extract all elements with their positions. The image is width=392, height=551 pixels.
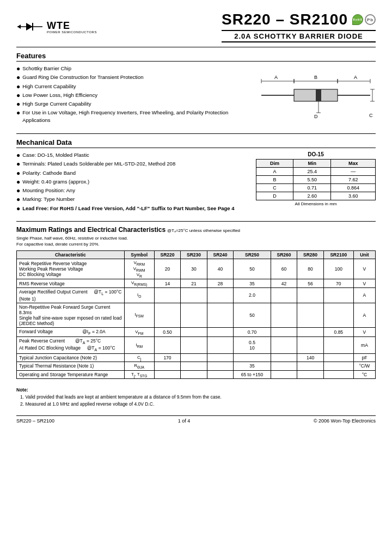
val-sr240-vrms: 28: [207, 279, 234, 288]
sr250-col-header: SR250: [234, 251, 271, 259]
val-sr2100-vrrm: 100: [323, 259, 353, 279]
sr280-col-header: SR280: [297, 251, 324, 259]
unit-cj: pF: [353, 353, 375, 362]
min-col-header: Min: [293, 160, 331, 168]
dim-b: B: [256, 176, 293, 184]
symbol-temp: Tj, TSTG: [124, 370, 154, 379]
features-list: ●Schottky Barrier Chip ●Guard Ring Die C…: [16, 65, 250, 126]
dim-col-header: Dim: [256, 160, 293, 168]
list-item: ●High Surge Current Capability: [16, 100, 250, 107]
char-irm: Peak Reverse Current @TA = 25°CAt Rated …: [17, 337, 125, 353]
bullet-icon: ●: [16, 65, 20, 72]
val-sr220-cj: 170: [154, 353, 181, 362]
table-row: Operating and Storage Temperature Range …: [17, 370, 376, 379]
char-vrms: RMS Reverse Voltage: [17, 279, 125, 288]
val-sr2100-cj: [323, 353, 353, 362]
wte-label: WTE: [47, 20, 70, 31]
mechanical-layout: ●Case: DO-15, Molded Plastic ●Terminals:…: [16, 151, 376, 213]
page-header: WTE POWER SEMICONDUCTORS SR220 – SR2100 …: [16, 11, 376, 42]
val-sr220-vfm: 0.50: [154, 327, 181, 337]
mechanical-title: Mechanical Data: [16, 138, 376, 148]
unit-raja: °C/W: [353, 362, 375, 371]
rohs-leaf-icon: RoHS: [352, 14, 363, 25]
val-sr220-io: [154, 287, 181, 303]
val-sr240-raja: [207, 362, 234, 371]
max-b: 7.62: [331, 176, 376, 184]
list-item: ●Guard Ring Die Construction for Transie…: [16, 74, 250, 81]
val-sr230-raja: [181, 362, 207, 371]
char-col-header: Characteristic: [17, 251, 125, 259]
max-a: —: [331, 168, 376, 176]
val-sr220-vrrm: 20: [154, 259, 181, 279]
bullet-icon: ●: [16, 83, 20, 90]
val-sr280-vfm: [297, 327, 324, 337]
val-sr250-io: 2.0: [234, 287, 271, 303]
list-item: ●Lead Free: For RoHS / Lead Free Version…: [16, 205, 248, 212]
val-sr240-ifsm: [207, 303, 234, 327]
char-vfm: Forward Voltage @IF = 2.0A: [17, 327, 125, 337]
symbol-vrms: VR(RMS): [124, 279, 154, 288]
val-sr240-io: [207, 287, 234, 303]
symbol-io: IO: [124, 287, 154, 303]
val-sr280-cj: 140: [297, 353, 324, 362]
val-sr280-raja: [297, 362, 324, 371]
list-item: ●Schottky Barrier Chip: [16, 65, 250, 72]
symbol-irm: IRM: [124, 337, 154, 353]
val-sr250-ifsm: 50: [234, 303, 271, 327]
svg-text:C: C: [369, 113, 373, 118]
features-title: Features: [16, 52, 376, 62]
sr230-col-header: SR230: [181, 251, 207, 259]
val-sr220-ifsm: [154, 303, 181, 327]
val-sr280-ifsm: [297, 303, 324, 327]
dimensions-table: Dim Min Max A 25.4 — B 5.50 7.62: [256, 159, 376, 200]
page-footer: SR220 – SR2100 1 of 4 © 2006 Won-Top Ele…: [16, 415, 376, 424]
val-sr260-raja: [271, 362, 297, 371]
bullet-icon: ●: [16, 92, 20, 99]
svg-marker-3: [17, 25, 21, 29]
symbol-vrrm: VRRMVRWMVR: [124, 259, 154, 279]
bullet-icon: ●: [16, 170, 20, 176]
logo-area: WTE POWER SEMICONDUCTORS: [16, 19, 97, 34]
max-col-header: Max: [331, 160, 376, 168]
val-sr280-vrms: 56: [297, 279, 324, 288]
val-sr240-vrrm: 40: [207, 259, 234, 279]
footer-right: © 2006 Won-Top Electronics: [314, 418, 376, 424]
val-sr250-vfm: 0.70: [234, 327, 271, 337]
svg-rect-5: [316, 89, 321, 101]
unit-vfm: V: [353, 327, 375, 337]
do15-table-section: DO-15 Dim Min Max A 25.4 —: [256, 151, 376, 213]
val-sr230-vrms: 21: [181, 279, 207, 288]
dim-a: A: [256, 168, 293, 176]
val-sr2100-io: [323, 287, 353, 303]
mechanical-section: Mechanical Data ●Case: DO-15, Molded Pla…: [16, 138, 376, 213]
val-sr2100-raja: [323, 362, 353, 371]
ratings-subtext: Single Phase, half wave, 60Hz, resistive…: [16, 235, 376, 247]
note-2: 2. Measured at 1.0 MHz and applied rever…: [16, 401, 376, 408]
val-sr280-vrrm: 80: [297, 259, 324, 279]
table-row: A 25.4 —: [256, 168, 376, 176]
val-sr280-irm: [297, 337, 324, 353]
val-sr260-cj: [271, 353, 297, 362]
list-item: ●Marking: Type Number: [16, 195, 248, 203]
list-item: ●Polarity: Cathode Band: [16, 169, 248, 176]
val-sr230-ifsm: [181, 303, 207, 327]
characteristics-table: Characteristic Symbol SR220 SR230 SR240 …: [16, 250, 376, 379]
val-sr250-vrrm: 50: [234, 259, 271, 279]
table-row: D 2.60 3.60: [256, 192, 376, 200]
val-sr2100-ifsm: [323, 303, 353, 327]
note-1: 1. Valid provided that leads are kept at…: [16, 394, 376, 401]
val-sr230-irm: [181, 337, 207, 353]
symbol-cj: Cj: [124, 353, 154, 362]
unit-temp: °C: [353, 370, 375, 379]
dim-note: All Dimensions in mm: [256, 201, 376, 206]
unit-col-header: Unit: [353, 251, 375, 259]
list-item: ●Weight: 0.40 grams (approx.): [16, 178, 248, 185]
val-sr230-cj: [181, 353, 207, 362]
footer-left: SR220 – SR2100: [16, 418, 54, 424]
val-sr230-io: [181, 287, 207, 303]
header-divider: [16, 47, 376, 47]
bullet-icon: ●: [16, 179, 20, 185]
bullet-icon: ●: [16, 74, 20, 81]
char-io: Average Rectified Output Current @TL = 1…: [17, 287, 125, 303]
val-sr240-cj: [207, 353, 234, 362]
